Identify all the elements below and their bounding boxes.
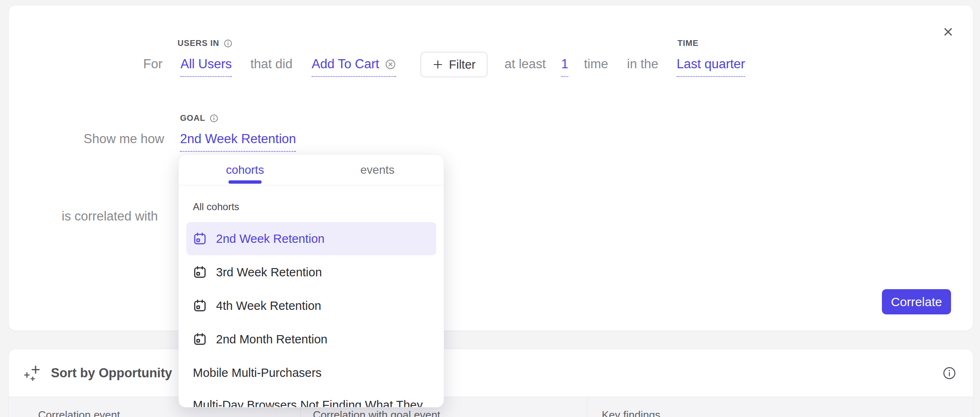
time-unit-label: time [584, 56, 608, 72]
correlated-prefix-label: is correlated with [62, 208, 158, 225]
time-label: TIME [677, 38, 699, 48]
goal-prefix-label: Show me how [84, 131, 164, 147]
count-value[interactable]: 1 [561, 56, 568, 77]
calendar-icon [193, 299, 207, 313]
list-item-label: 3rd Week Retention [216, 266, 322, 279]
that-did-label: that did [250, 56, 293, 72]
tab-events[interactable]: events [311, 155, 444, 185]
info-icon[interactable] [223, 39, 233, 48]
in-the-label: in the [627, 56, 658, 72]
goal-dropdown: cohorts events All cohorts 2nd Week Rete… [178, 154, 444, 407]
users-in-label-group: USERS IN [178, 38, 233, 48]
at-least-label: at least [504, 56, 546, 72]
close-button[interactable] [941, 25, 955, 39]
goal-label: GOAL [180, 113, 205, 123]
results-card: Sort by Opportunity Correlation event Co… [8, 349, 973, 417]
filter-button-label: Filter [449, 58, 476, 72]
list-item-label: 2nd Month Retention [216, 333, 327, 346]
list-item-cohort[interactable]: 2nd Month Retention [186, 323, 436, 356]
plus-icon [432, 59, 443, 70]
results-info-button[interactable] [942, 366, 957, 381]
list-item-label: Mobile Multi-Purchasers [193, 366, 322, 380]
users-in-value[interactable]: All Users [180, 56, 232, 77]
active-tab-indicator [228, 180, 262, 184]
event-value[interactable]: Add To Cart [312, 56, 379, 72]
list-item-cohort[interactable]: Mobile Multi-Purchasers [186, 356, 436, 389]
list-item-cohort[interactable]: 2nd Week Retention [186, 222, 436, 255]
correlation-analysis-screen: USERS IN For All Users that did Add To C… [0, 0, 980, 417]
close-icon [942, 26, 954, 38]
column-header-key-findings: Key findings [602, 409, 661, 417]
column-header-correlation-event: Correlation event [38, 409, 120, 417]
query-builder-card: USERS IN For All Users that did Add To C… [8, 5, 973, 331]
goal-label-group: GOAL [180, 113, 219, 123]
list-item-cohort[interactable]: 4th Week Retention [186, 289, 436, 322]
correlate-button[interactable]: Correlate [882, 289, 951, 314]
column-header-correlation-with-goal: Correlation with goal event [313, 409, 440, 417]
goal-value[interactable]: 2nd Week Retention [180, 131, 296, 152]
time-range-value[interactable]: Last quarter [677, 56, 745, 77]
calendar-icon [193, 265, 207, 279]
dropdown-section-label: All cohorts [193, 201, 239, 213]
info-icon [942, 366, 956, 380]
remove-event-icon[interactable] [385, 59, 396, 70]
list-item-label: Multi-Day Browsers Not Finding What They [193, 398, 423, 408]
sparkle-icon [23, 363, 43, 383]
list-item-label: 4th Week Retention [216, 299, 321, 313]
sort-by-opportunity-control[interactable]: Sort by Opportunity [23, 363, 172, 383]
results-table-header: Correlation event Correlation with goal … [9, 397, 973, 417]
add-filter-button[interactable]: Filter [420, 52, 488, 77]
list-item-label: 2nd Week Retention [216, 232, 324, 246]
list-item-cohort[interactable]: 3rd Week Retention [186, 256, 436, 289]
event-picker[interactable]: Add To Cart [312, 56, 396, 77]
sort-by-opportunity-label: Sort by Opportunity [51, 366, 172, 381]
dropdown-tabs: cohorts events [179, 155, 444, 185]
column-divider [587, 398, 587, 417]
users-in-label: USERS IN [178, 38, 219, 48]
calendar-icon [193, 232, 207, 246]
info-icon[interactable] [209, 114, 219, 123]
list-item-cohort[interactable]: Multi-Day Browsers Not Finding What They [186, 388, 436, 407]
for-label: For [143, 56, 163, 72]
calendar-icon [193, 332, 207, 346]
